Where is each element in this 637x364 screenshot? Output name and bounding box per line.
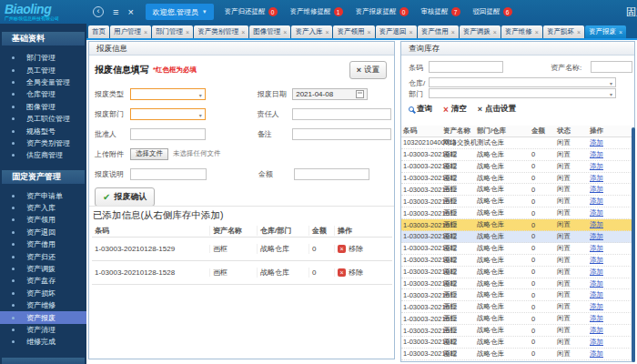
tab-close-icon[interactable]: × <box>241 29 245 35</box>
chevron-down-icon: ▾ <box>199 112 202 118</box>
collapse-icon[interactable]: ‹ <box>93 6 104 17</box>
tab-首页[interactable]: 首页 <box>88 25 109 38</box>
add-link[interactable]: 添加 <box>590 268 603 276</box>
calendar-icon[interactable] <box>356 90 364 98</box>
add-link[interactable]: 添加 <box>590 138 603 147</box>
scrap-dept-select[interactable]: ▾ <box>130 108 206 120</box>
click-settings-button[interactable]: ×点击设置 <box>478 104 516 115</box>
sidebar-item-资产报废[interactable]: 资产报废 <box>0 311 86 323</box>
tab-部门管理[interactable]: 部门管理× <box>152 25 193 38</box>
tab-资产借用[interactable]: 资产借用× <box>418 25 459 38</box>
cell-barcode: 1-03003-20210128-1529 <box>92 245 210 253</box>
sidebar-item-图像管理[interactable]: 图像管理 <box>0 101 86 113</box>
notification-item[interactable]: 审核提醒7 <box>421 7 460 16</box>
query-button[interactable]: 查询 <box>409 104 432 115</box>
remove-button[interactable]: ×移除 <box>338 268 392 278</box>
sidebar-item-资产盘存[interactable]: 资产盘存 <box>0 275 86 287</box>
sidebar-item-维修完成[interactable]: 维修完成 <box>0 336 86 348</box>
notification-item[interactable]: 资产维修提醒1 <box>290 7 343 16</box>
tab-close-icon[interactable]: × <box>283 29 287 35</box>
add-link[interactable]: 添加 <box>590 326 603 334</box>
tab-close-icon[interactable]: × <box>535 29 539 35</box>
sidebar-item-资产退回[interactable]: 资产退回 <box>0 227 86 238</box>
amount-input[interactable] <box>294 168 369 180</box>
tab-close-icon[interactable]: × <box>410 29 413 35</box>
tab-close-icon[interactable]: × <box>144 29 147 35</box>
sidebar-item-资产维修[interactable]: 资产维修 <box>0 299 86 311</box>
add-link[interactable]: 添加 <box>590 185 603 193</box>
notification-item[interactable]: 驳回提醒6 <box>473 7 512 16</box>
warehouse-select[interactable]: ▾ <box>429 77 616 87</box>
close-icon[interactable]: × <box>127 7 133 17</box>
asset-name-input[interactable] <box>591 61 632 73</box>
sidebar-item-全局变量管理[interactable]: 全局变量管理 <box>0 76 86 88</box>
sidebar-item-资产类别管理[interactable]: 资产类别管理 <box>0 137 86 149</box>
tab-close-icon[interactable]: × <box>493 29 497 35</box>
tab-资产入库[interactable]: 资产入库× <box>291 25 332 38</box>
sidebar-item-资产归还[interactable]: 资产归还 <box>0 250 86 262</box>
tab-close-icon[interactable]: × <box>367 29 370 35</box>
tab-close-icon[interactable]: × <box>619 29 622 35</box>
add-link[interactable]: 添加 <box>590 302 603 310</box>
responsible-input[interactable] <box>292 108 391 120</box>
notification-item[interactable]: 资产归还提醒0 <box>225 7 278 16</box>
tab-资产维修[interactable]: 资产维修× <box>501 25 542 38</box>
add-link[interactable]: 添加 <box>590 150 603 158</box>
tab-用户管理[interactable]: 用户管理× <box>110 25 151 38</box>
scrap-type-label: 报废类型 <box>92 89 130 99</box>
add-link[interactable]: 添加 <box>590 162 603 170</box>
sidebar-item-资产申请单[interactable]: 资产申请单 <box>0 190 86 202</box>
tab-资产损坏[interactable]: 资产损坏× <box>543 25 584 38</box>
add-link[interactable]: 添加 <box>590 349 603 358</box>
tab-资产报废[interactable]: 资产报废× <box>585 25 626 38</box>
sidebar-item-资产借用[interactable]: 资产借用 <box>0 238 86 250</box>
tab-图像管理[interactable]: 图像管理× <box>249 25 290 38</box>
tab-资产调拨[interactable]: 资产调拨× <box>460 25 500 38</box>
add-link[interactable]: 添加 <box>590 279 603 288</box>
add-link[interactable]: 添加 <box>590 338 603 346</box>
tab-close-icon[interactable]: × <box>325 29 329 35</box>
add-link[interactable]: 添加 <box>590 220 603 228</box>
scrap-date-input[interactable]: 2021-04-08 <box>292 88 368 100</box>
add-link[interactable]: 添加 <box>590 197 603 205</box>
sidebar-item-资产清理[interactable]: 资产清理 <box>0 324 86 336</box>
barcode-input[interactable] <box>429 61 503 73</box>
tab-资产类别管理[interactable]: 资产类别管理× <box>194 25 248 38</box>
add-link[interactable]: 添加 <box>590 232 603 240</box>
scrap-confirm-button[interactable]: ✔ 报废确认 <box>95 187 155 207</box>
add-link[interactable]: 添加 <box>590 208 603 217</box>
sidebar-item-员工管理[interactable]: 员工管理 <box>0 64 86 76</box>
user-menu[interactable]: 欢迎您,管理员 ▾ <box>146 4 214 20</box>
sidebar-item-资产调拨[interactable]: 资产调拨 <box>0 263 86 275</box>
dept-select[interactable]: ▾ <box>429 88 616 98</box>
add-link[interactable]: 添加 <box>590 314 603 322</box>
menu-icon[interactable]: ≡ <box>113 7 118 17</box>
add-link[interactable]: 添加 <box>590 174 603 182</box>
sidebar-item-资产领用[interactable]: 资产领用 <box>0 214 86 226</box>
tab-close-icon[interactable]: × <box>451 29 455 35</box>
sidebar-item-资产损坏[interactable]: 资产损坏 <box>0 288 86 299</box>
add-link[interactable]: 添加 <box>590 244 603 252</box>
tab-close-icon[interactable]: × <box>577 29 581 35</box>
approver-input[interactable] <box>130 128 206 140</box>
tab-资产领用[interactable]: 资产领用× <box>333 25 374 38</box>
settings-button[interactable]: × 设置 <box>349 61 387 79</box>
choose-file-button[interactable]: 选择文件 <box>130 148 168 160</box>
clear-button[interactable]: ×清空 <box>443 104 467 115</box>
remark-input[interactable] <box>292 128 391 140</box>
add-link[interactable]: 添加 <box>590 256 603 264</box>
sidebar-item-仓库管理[interactable]: 仓库管理 <box>0 88 86 100</box>
sidebar-item-部门管理[interactable]: 部门管理 <box>0 52 86 64</box>
sidebar-item-规格型号[interactable]: 规格型号 <box>0 125 86 136</box>
scrap-type-select[interactable]: ▾ <box>130 88 206 100</box>
sidebar-item-员工职位管理[interactable]: 员工职位管理 <box>0 113 86 125</box>
tab-close-icon[interactable]: × <box>186 29 189 35</box>
vertical-scrollbar[interactable] <box>632 127 635 362</box>
scrap-desc-input[interactable] <box>130 168 207 180</box>
add-link[interactable]: 添加 <box>590 290 603 298</box>
notification-item[interactable]: 资产报废提醒0 <box>356 7 409 16</box>
sidebar-item-资产入库[interactable]: 资产入库 <box>0 202 86 214</box>
sidebar-item-供应商管理[interactable]: 供应商管理 <box>0 149 86 161</box>
remove-button[interactable]: ×移除 <box>338 244 392 254</box>
tab-资产退回[interactable]: 资产退回× <box>376 25 417 38</box>
